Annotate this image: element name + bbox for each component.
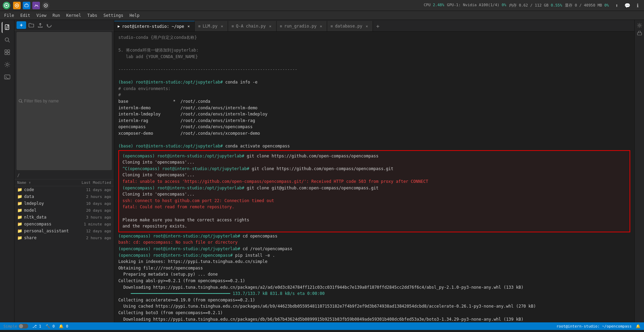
tab-llm-label: LLM.py: [203, 24, 217, 29]
purple-icon-btn[interactable]: [32, 2, 40, 9]
llm-tab-icon: ≡: [198, 24, 201, 29]
right-tools-icon[interactable]: [636, 30, 643, 37]
file-name-share: share: [24, 235, 66, 240]
file-time-personal: 12 days ago: [69, 229, 111, 233]
menu-file[interactable]: File: [1, 12, 17, 19]
tab-terminal[interactable]: ▶ root@intern-studio: ~/ope ✕: [114, 21, 195, 31]
file-item-model[interactable]: 📁 model 20 days ago: [14, 207, 114, 214]
editor-area: ▶ root@intern-studio: ~/ope ✕ ≡ LLM.py ✕…: [114, 20, 634, 322]
tab-gradio-label: run_gradio.py: [284, 24, 316, 29]
cpu-label: CPU 2.48%: [424, 3, 444, 8]
menu-run[interactable]: Run: [50, 12, 63, 19]
menu-help[interactable]: Help: [127, 12, 142, 19]
sidebar-settings-icon[interactable]: [2, 59, 13, 70]
branch-indicator: ⎇ 1: [32, 324, 41, 329]
svg-point-19: [638, 25, 640, 26]
svg-rect-2: [25, 4, 28, 7]
status-left: Simple ⎇ 1 🔨 0 🔔 0: [3, 324, 68, 329]
simple-toggle[interactable]: Simple: [3, 324, 28, 329]
file-name-model: model: [24, 208, 66, 213]
new-file-button[interactable]: +: [17, 21, 26, 29]
sidebar-terminal-icon[interactable]: [2, 71, 13, 82]
file-item-personal[interactable]: 📁 personal_assistant 12 days ago: [14, 228, 114, 234]
sidebar-search-icon[interactable]: [2, 34, 13, 45]
host-label: root@intern-studio: ~/opencompass: [556, 324, 632, 329]
memory-label: 内存 0.62 / 112 GB 0.55%: [509, 3, 562, 8]
tab-llm-close[interactable]: ✕: [219, 24, 224, 29]
top-bar: CPU 2.48% GPU-1: Nvidia A100(1/4) 0% 内存 …: [0, 0, 644, 11]
info-icon[interactable]: ℹ: [634, 2, 641, 9]
svg-rect-13: [8, 53, 10, 55]
right-icons: ⬆ 💬 ℹ: [613, 2, 641, 9]
circle-icon-btn[interactable]: [42, 2, 50, 9]
svg-point-17: [19, 99, 22, 102]
tab-database-close[interactable]: ✕: [364, 24, 369, 29]
storage-label: 显存 0 / 40950 MB 0%: [565, 3, 609, 8]
toggle-thumb: [19, 324, 23, 328]
top-bar-right: CPU 2.48% GPU-1: Nvidia A100(1/4) 0% 内存 …: [424, 2, 641, 9]
menu-kernel[interactable]: Kernel: [63, 12, 84, 19]
file-item-nltk[interactable]: 📁 nltk_data 3 hours ago: [14, 214, 114, 221]
file-time-nltk: 3 hours ago: [66, 215, 111, 220]
tab-add-button[interactable]: +: [373, 21, 383, 31]
file-item-data[interactable]: 📁 data 2 hours ago: [14, 193, 114, 200]
file-panel: + / Name ↑ Last Modified: [14, 20, 114, 322]
right-settings-icon[interactable]: [636, 22, 643, 29]
file-time-code: 11 days ago: [66, 188, 111, 192]
main-layout: + / Name ↑ Last Modified: [0, 20, 644, 322]
search-input[interactable]: [24, 99, 110, 103]
folder-button[interactable]: [28, 21, 35, 29]
error-pre: (opencompass) root@intern-studio:/opt/ju…: [122, 153, 626, 230]
path-bar: /: [14, 171, 114, 179]
terminal-content[interactable]: studio-conda {用户自定义conda名称} 5. 将conda环境一…: [114, 32, 634, 322]
file-panel-toolbar: +: [14, 20, 114, 31]
folder-icon: 📁: [17, 201, 22, 206]
col-name-header[interactable]: Name ↑: [17, 180, 66, 185]
file-item-lmdeploy[interactable]: 📁 lmdeploy 10 days ago: [14, 200, 114, 207]
tab-terminal-close[interactable]: ✕: [186, 24, 191, 29]
tab-qachain[interactable]: ≡ Q-A chain.py ✕: [228, 21, 276, 31]
folder-icon: 📁: [17, 194, 22, 199]
blue-icon-btn[interactable]: [23, 2, 30, 9]
toggle-track: [19, 324, 28, 329]
menu-settings[interactable]: Settings: [101, 12, 126, 19]
file-time-data: 2 hours ago: [66, 195, 111, 199]
svg-line-18: [21, 102, 22, 103]
svg-point-14: [6, 64, 8, 66]
file-item-share[interactable]: 📁 share 2 hours ago: [14, 234, 114, 241]
tab-gradio-close[interactable]: ✕: [319, 24, 323, 29]
orange-icon-btn[interactable]: [13, 2, 21, 9]
tab-qachain-label: Q-A chain.py: [236, 24, 266, 29]
terminal-tab-icon: ▶: [118, 24, 120, 29]
tab-gradio[interactable]: ≡ run_gradio.py ✕: [277, 21, 328, 31]
svg-rect-11: [8, 50, 10, 52]
file-list: 📁 code 11 days ago 📁 data 2 hours ago 📁 …: [14, 186, 114, 322]
file-item-opencompass[interactable]: 📁 opencompass 1 minute ago: [14, 221, 114, 228]
search-box[interactable]: [17, 32, 112, 170]
app-icon: [3, 2, 10, 9]
tab-database[interactable]: ≡ database.py ✕: [327, 21, 373, 31]
folder-icon: 📁: [17, 187, 22, 192]
file-list-header: Name ↑ Last Modified: [14, 179, 114, 186]
tab-qachain-close[interactable]: ✕: [268, 24, 273, 29]
tabs-bar: ▶ root@intern-studio: ~/ope ✕ ≡ LLM.py ✕…: [114, 20, 634, 32]
sys-info: CPU 2.48% GPU-1: Nvidia A100(1/4) 0% 内存 …: [424, 3, 609, 8]
upload-button[interactable]: [36, 21, 44, 29]
person-icon[interactable]: ⬆: [613, 2, 621, 9]
status-right: root@intern-studio: ~/opencompass 🔔: [556, 324, 641, 329]
build-indicator: 🔨 0: [45, 324, 55, 329]
refresh-button[interactable]: [45, 21, 53, 29]
database-tab-icon: ≡: [331, 24, 333, 29]
top-bar-left: [3, 2, 50, 9]
tab-llm[interactable]: ≡ LLM.py ✕: [195, 21, 228, 31]
file-name-personal: personal_assistant: [24, 229, 69, 233]
sidebar-extensions-icon[interactable]: [2, 47, 13, 58]
file-item-code[interactable]: 📁 code 11 days ago: [14, 186, 114, 193]
chat-icon[interactable]: 💬: [623, 2, 631, 9]
menu-view[interactable]: View: [34, 12, 49, 19]
menu-edit[interactable]: Edit: [18, 12, 33, 19]
terminal-pre: studio-conda {用户自定义conda名称} 5. 将conda环境一…: [118, 34, 630, 150]
menu-tabs[interactable]: Tabs: [85, 12, 100, 19]
sidebar-files-icon[interactable]: [2, 22, 13, 33]
gpu-label: GPU-1: Nvidia A100(1/4) 0%: [447, 3, 506, 8]
